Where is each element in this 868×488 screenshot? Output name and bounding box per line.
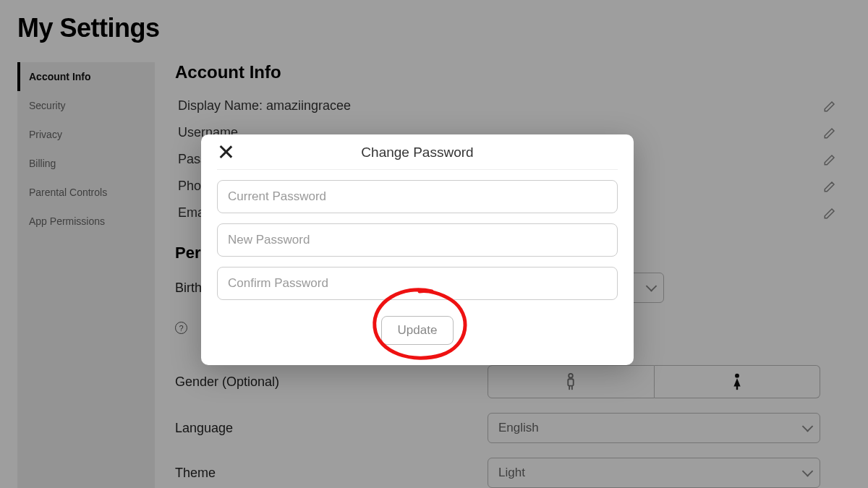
change-password-modal: Change Password Update bbox=[201, 134, 634, 365]
modal-title: Change Password bbox=[361, 145, 473, 160]
current-password-input[interactable] bbox=[217, 180, 618, 213]
new-password-input[interactable] bbox=[217, 223, 618, 257]
close-icon[interactable] bbox=[217, 143, 234, 160]
confirm-password-input[interactable] bbox=[217, 267, 618, 300]
update-button[interactable]: Update bbox=[381, 316, 454, 345]
